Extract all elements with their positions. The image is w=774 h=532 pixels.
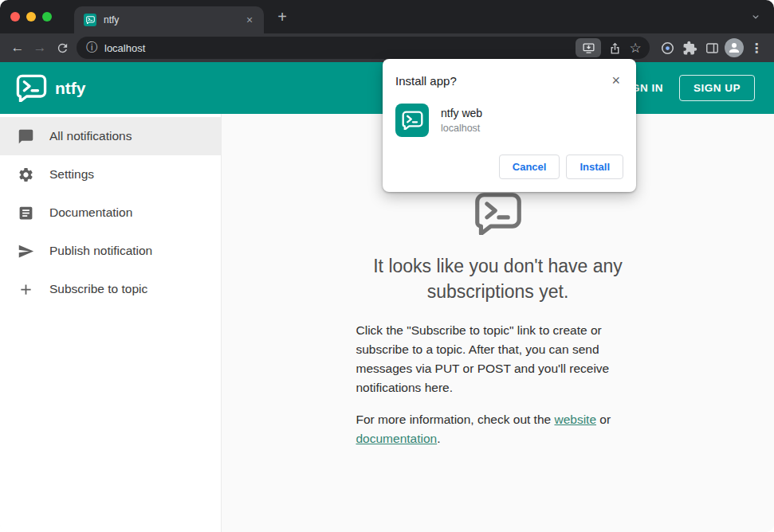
cancel-button[interactable]: Cancel <box>499 155 560 179</box>
fullscreen-window-button[interactable] <box>42 12 52 22</box>
sidebar-item-settings[interactable]: Settings <box>0 155 221 194</box>
sidebar-item-label: All notifications <box>49 129 132 143</box>
sidebar-item-label: Subscribe to topic <box>49 282 147 296</box>
sign-up-button[interactable]: SIGN UP <box>679 75 755 101</box>
forward-button[interactable]: → <box>29 37 51 59</box>
back-button[interactable]: ← <box>6 37 29 59</box>
browser-menu-icon[interactable]: ⋮ <box>745 37 768 59</box>
more-info-separator: or <box>596 413 611 426</box>
sidebar: All notifications Settings Documentation <box>0 114 222 532</box>
close-tab-icon[interactable]: × <box>243 14 256 26</box>
address-text: localhost <box>104 42 145 54</box>
more-info-suffix: . <box>437 432 440 445</box>
dialog-title: Install app? <box>395 72 457 88</box>
more-info-paragraph: For more information, check out the webs… <box>356 410 640 448</box>
sidebar-item-documentation[interactable]: Documentation <box>0 194 221 232</box>
site-info-icon[interactable]: ⓘ <box>86 41 97 55</box>
empty-state-paragraph: Click the "Subscribe to topic" link to c… <box>356 321 640 397</box>
tab-title: ntfy <box>104 14 236 25</box>
extensions-puzzle-icon[interactable] <box>678 37 701 59</box>
close-window-button[interactable] <box>10 12 20 22</box>
reload-button[interactable] <box>51 37 73 59</box>
dialog-app-info: ntfy web localhost <box>441 107 482 134</box>
extension-icon[interactable] <box>656 37 678 59</box>
address-bar[interactable]: ⓘ localhost ☆ <box>77 37 650 59</box>
gear-icon <box>17 166 34 183</box>
book-icon <box>17 204 34 221</box>
sidebar-item-publish-notification[interactable]: Publish notification <box>0 232 221 270</box>
empty-state-heading: It looks like you don't have any subscri… <box>356 254 640 304</box>
window-controls <box>0 12 63 22</box>
send-icon <box>17 242 34 260</box>
app-origin: localhost <box>441 123 482 134</box>
new-tab-button[interactable]: + <box>270 6 294 28</box>
ntfy-app-icon <box>395 104 429 137</box>
side-panel-icon[interactable] <box>701 37 723 59</box>
tab-search-chevron-icon[interactable] <box>747 8 764 25</box>
ntfy-logo-icon <box>16 74 47 102</box>
browser-window: ntfy × + ← → ⓘ localhost ☆ <box>0 0 774 532</box>
app-name: ntfy web <box>441 107 482 119</box>
website-link[interactable]: website <box>554 413 596 426</box>
sidebar-item-label: Publish notification <box>49 244 152 258</box>
dialog-close-icon[interactable]: × <box>608 72 623 89</box>
install-app-button[interactable] <box>576 38 601 57</box>
sidebar-item-all-notifications[interactable]: All notifications <box>0 117 221 155</box>
ntfy-terminal-icon <box>356 192 640 235</box>
person-icon <box>725 38 744 57</box>
documentation-link[interactable]: documentation <box>356 432 438 445</box>
minimize-window-button[interactable] <box>26 12 36 22</box>
ntfy-favicon <box>84 14 96 26</box>
app-title: ntfy <box>55 79 86 98</box>
bookmark-star-icon[interactable]: ☆ <box>625 37 646 58</box>
install-button[interactable]: Install <box>566 155 623 179</box>
sidebar-item-label: Settings <box>49 167 94 182</box>
browser-toolbar: ← → ⓘ localhost ☆ <box>0 33 774 62</box>
install-app-dialog: Install app? × ntfy web localhost Cancel… <box>383 59 636 192</box>
browser-tab-ntfy[interactable]: ntfy × <box>74 6 264 33</box>
share-icon[interactable] <box>604 37 625 58</box>
sidebar-item-label: Documentation <box>49 205 132 220</box>
plus-icon <box>17 280 34 298</box>
profile-avatar[interactable] <box>723 37 745 59</box>
more-info-prefix: For more information, check out the <box>356 413 555 426</box>
chat-bubble-icon <box>17 127 34 145</box>
tab-strip: ntfy × + <box>0 0 774 33</box>
sidebar-item-subscribe-to-topic[interactable]: Subscribe to topic <box>0 270 221 308</box>
